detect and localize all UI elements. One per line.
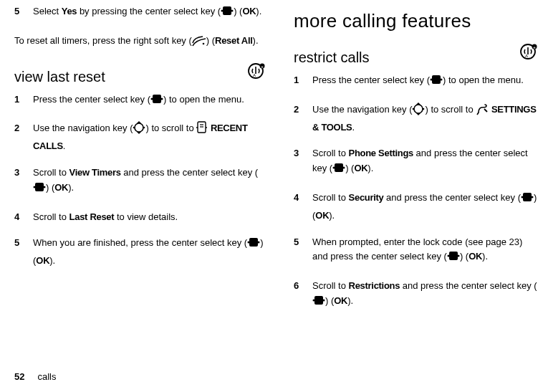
center-select-icon (430, 73, 443, 91)
step-text: When you are finished, press the center … (33, 236, 265, 269)
availability-badge-icon (520, 44, 537, 64)
text: Scroll to (312, 148, 349, 158)
text: and press the center select key ( (400, 280, 537, 291)
step-5: 5 When prompted, enter the lock code (se… (294, 235, 537, 268)
text: When you are finished, press the center … (33, 237, 247, 248)
text: Use the navigation key ( (33, 123, 133, 133)
step-text: Scroll to View Timers and press the cent… (33, 166, 265, 199)
step-text: Scroll to Phone Settings and press the c… (312, 146, 537, 179)
ui-label-reset-all: Reset All (215, 35, 252, 46)
text: ). (347, 295, 353, 306)
heading-restrict-calls: restrict calls (294, 49, 370, 66)
step-1: 1 Press the center select key () to open… (14, 92, 265, 110)
center-select-icon (221, 4, 234, 22)
step-text: Use the navigation key () to scroll to S… (312, 102, 537, 135)
step-text: Press the center select key () to open t… (33, 92, 265, 110)
step-number: 2 (14, 121, 24, 154)
text: by pressing the center select key ( (77, 6, 221, 16)
text: . (63, 140, 66, 151)
ui-label-ok: OK (242, 6, 256, 16)
nav-key-icon (412, 102, 425, 120)
step-4: 4 Scroll to Security and press the cente… (294, 191, 537, 224)
center-select-icon (33, 181, 46, 199)
section-label: calls (37, 371, 56, 382)
step-number: 4 (14, 210, 24, 225)
step-6: 6 Scroll to Restrictions and press the c… (294, 279, 537, 312)
text: and press the center select key ( (121, 167, 258, 178)
center-select-icon (150, 92, 163, 110)
step-number: 1 (14, 92, 24, 110)
step-number: 5 (294, 235, 304, 268)
text: ). (329, 210, 335, 221)
step-number: 3 (14, 166, 24, 199)
ui-label-yes: Yes (62, 6, 77, 16)
step-4: 4 Scroll to Last Reset to view details. (14, 210, 265, 225)
step-3: 3 Scroll to Phone Settings and press the… (294, 146, 537, 179)
step-number: 2 (294, 102, 304, 135)
ui-label-view-timers: View Timers (69, 167, 121, 178)
ui-label-ok: OK (334, 295, 347, 306)
heading-view-last-reset: view last reset (14, 69, 105, 85)
text: ) ( (46, 182, 54, 193)
step-number: 5 (14, 236, 24, 269)
text: Use the navigation key ( (312, 104, 412, 115)
text: Scroll to (33, 211, 69, 222)
step-text: Scroll to Restrictions and press the cen… (312, 279, 537, 312)
step-number: 1 (294, 73, 304, 91)
text: ). (482, 251, 488, 262)
ui-label-ok: OK (468, 251, 482, 262)
ui-label-security: Security (349, 192, 384, 203)
ui-label-ok: OK (54, 182, 68, 193)
page-footer: 52 calls (14, 371, 56, 382)
step-number: 5 (14, 4, 24, 22)
text: Press the center select key ( (33, 94, 150, 105)
step-text: Select Yes by pressing the center select… (33, 4, 265, 22)
text: When prompted, enter the lock code (see … (312, 236, 522, 262)
text: ). (253, 35, 259, 46)
text: . (352, 122, 355, 133)
text: ). (367, 163, 373, 173)
heading-more-calling-features: more calling features (294, 10, 537, 32)
text: Scroll to (312, 280, 349, 291)
step-5b: 5 When you are finished, press the cente… (14, 236, 265, 269)
text: ) to open the menu. (443, 75, 524, 85)
text: ) to open the menu. (163, 94, 244, 105)
text: ). (68, 182, 74, 193)
center-select-icon (332, 161, 345, 179)
step-text: When prompted, enter the lock code (see … (312, 235, 537, 268)
text: To reset all timers, press the right sof… (14, 35, 192, 46)
step-3: 3 Scroll to View Timers and press the ce… (14, 166, 265, 199)
text: Select (33, 6, 62, 16)
step-text: Scroll to Security and press the center … (312, 191, 537, 224)
step-2: 2 Use the navigation key () to scroll to… (14, 121, 265, 154)
center-select-icon (521, 191, 534, 209)
ui-label-phone-settings: Phone Settings (349, 148, 413, 158)
text: Scroll to (33, 167, 69, 178)
availability-badge-icon (248, 63, 265, 83)
ui-label-restrictions: Restrictions (349, 280, 400, 291)
ui-label-ok: OK (354, 163, 367, 173)
text: ) ( (325, 295, 334, 306)
settings-tools-icon (476, 104, 489, 120)
text: ) to scroll to (425, 104, 476, 115)
page-number: 52 (14, 371, 24, 382)
text: ). (49, 255, 55, 266)
text: Press the center select key ( (312, 75, 430, 85)
step-number: 4 (294, 191, 304, 224)
text: and press the center select key ( (383, 192, 520, 203)
center-select-icon (447, 249, 460, 267)
text: ) ( (234, 6, 242, 16)
step-number: 3 (294, 146, 304, 179)
step-text: Scroll to Last Reset to view details. (33, 210, 265, 225)
text: to view details. (114, 211, 178, 222)
reset-all-paragraph: To reset all timers, press the right sof… (14, 34, 265, 52)
ui-label-ok: OK (315, 210, 329, 221)
softkey-right-icon (192, 35, 206, 52)
text: Scroll to (312, 192, 349, 203)
text: ) to scroll to (145, 123, 196, 133)
nav-key-icon (133, 121, 145, 139)
step-5: 5 Select Yes by pressing the center sele… (14, 4, 265, 22)
text: ) ( (206, 35, 215, 46)
step-1: 1 Press the center select key () to open… (294, 73, 537, 91)
text: ) ( (345, 163, 354, 173)
